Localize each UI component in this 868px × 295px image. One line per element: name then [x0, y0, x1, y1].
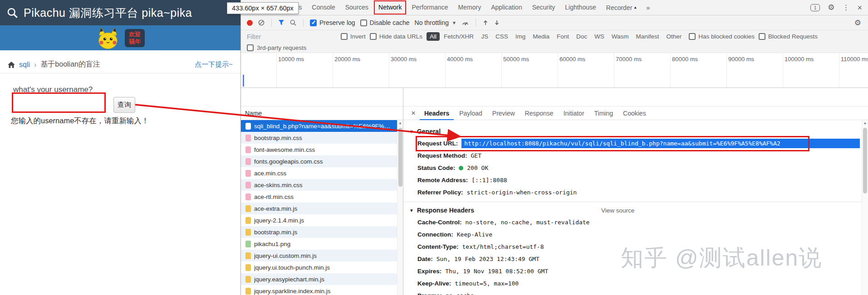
export-har-icon[interactable] — [494, 19, 500, 26]
preserve-log-checkbox[interactable] — [310, 19, 317, 26]
devtools-window-controls: 1 ⚙ ⋮ × — [810, 4, 868, 12]
filter-pill-media[interactable]: Media — [530, 32, 553, 41]
settings-gear-icon[interactable]: ⚙ — [828, 4, 834, 11]
tab-response[interactable]: Response — [520, 106, 558, 120]
filter-pill-js[interactable]: JS — [478, 32, 491, 41]
scroll-up-icon[interactable]: ▲ — [862, 120, 868, 126]
invert-checkbox-group[interactable]: Invert — [341, 33, 366, 40]
filter-pill-doc[interactable]: Doc — [573, 32, 590, 41]
request-row[interactable]: jquery.sparkline.index.min.js — [241, 285, 397, 295]
filter-funnel-icon[interactable] — [278, 19, 284, 26]
request-row[interactable]: ace.min.css — [241, 167, 397, 179]
hide-data-urls-checkbox-group[interactable]: Hide data URLs — [370, 33, 422, 40]
annotation-box-request-url — [416, 136, 809, 151]
filter-pill-ws[interactable]: WS — [591, 32, 608, 41]
request-row[interactable]: jquery-2.1.4.min.js — [241, 214, 397, 226]
request-row[interactable]: bootstrap.min.css — [241, 132, 397, 144]
site-header: Pikachu 漏洞练习平台 pika~pika — [0, 0, 240, 25]
tab-timing[interactable]: Timing — [590, 106, 618, 120]
request-row[interactable]: jquery.easypiechart.min.js — [241, 273, 397, 285]
tab-recorder[interactable]: Recorder▲ — [601, 0, 642, 15]
response-header-row: Keep-Alive:timeout=5, max=100 — [403, 277, 862, 290]
close-devtools-icon[interactable]: × — [857, 4, 862, 12]
filter-pill-font[interactable]: Font — [554, 32, 572, 41]
throttling-select[interactable]: No throttling▼ — [415, 19, 456, 26]
home-icon[interactable] — [8, 62, 15, 68]
tab-initiator[interactable]: Initiator — [559, 106, 589, 120]
tab-memory[interactable]: Memory — [453, 0, 486, 15]
breadcrumb-current-item: 基于boolian的盲注 — [40, 60, 100, 69]
invert-checkbox[interactable] — [341, 33, 348, 40]
more-options-icon[interactable]: ⋮ — [842, 4, 849, 11]
breadcrumb-sqli-link[interactable]: sqli — [19, 61, 30, 69]
request-row[interactable]: fonts.googleapis.com.css — [241, 155, 397, 167]
tab-security[interactable]: Security — [527, 0, 560, 15]
filter-pill-manifest[interactable]: Manifest — [633, 32, 662, 41]
request-row[interactable]: jquery-ui.custom.min.js — [241, 250, 397, 261]
request-list-scrollbar[interactable]: ▲ — [397, 120, 403, 295]
filter-pill-img[interactable]: Img — [512, 32, 529, 41]
close-details-icon[interactable]: × — [408, 109, 419, 118]
site-title: Pikachu 漏洞练习平台 pika~pika — [24, 5, 192, 20]
scrollbar-thumb[interactable] — [863, 128, 867, 193]
js-file-icon — [245, 205, 251, 212]
tab-preview[interactable]: Preview — [488, 106, 520, 120]
disable-cache-checkbox[interactable] — [360, 19, 367, 26]
tab-lighthouse[interactable]: Lighthouse — [560, 0, 601, 15]
issues-counter-icon[interactable]: 1 — [810, 4, 820, 11]
disable-cache-checkbox-group[interactable]: Disable cache — [360, 19, 410, 26]
filter-pill-other[interactable]: Other — [663, 32, 685, 41]
request-row[interactable]: ace-extra.min.js — [241, 203, 397, 214]
hide-data-urls-checkbox[interactable] — [370, 33, 377, 40]
import-har-icon[interactable] — [482, 19, 489, 26]
clear-network-log-icon[interactable] — [258, 19, 265, 26]
request-row[interactable]: ace-rtl.min.css — [241, 191, 397, 203]
tab-network[interactable]: Network — [373, 0, 407, 15]
css-file-icon — [245, 135, 251, 141]
request-row[interactable]: ace-skins.min.css — [241, 179, 397, 191]
tab-application[interactable]: Application — [486, 0, 527, 15]
blocked-requests-checkbox-group[interactable]: Blocked Requests — [759, 33, 818, 40]
timeline-gridline — [614, 53, 614, 87]
view-source-link[interactable]: View source — [601, 207, 634, 214]
has-blocked-cookies-checkbox-group[interactable]: Has blocked cookies — [689, 33, 755, 40]
timeline-label: 30000 ms — [391, 56, 417, 63]
request-row[interactable]: jquery.ui.touch-punch.min.js — [241, 261, 397, 273]
more-tabs-chevron[interactable]: » — [642, 4, 654, 11]
tab-headers[interactable]: Headers — [420, 106, 454, 120]
search-icon[interactable] — [289, 19, 297, 26]
request-row[interactable]: pikachu1.png — [241, 238, 397, 250]
network-overview-timeline[interactable]: 10000 ms 20000 ms 30000 ms 40000 ms 5000… — [241, 53, 868, 88]
filter-input[interactable] — [247, 33, 337, 40]
filter-pill-wasm[interactable]: Wasm — [608, 32, 632, 41]
name-column-header[interactable]: Name — [241, 106, 403, 120]
request-row[interactable]: bootstrap.min.js — [241, 226, 397, 238]
query-button[interactable]: 查询 — [113, 97, 135, 113]
third-party-checkbox[interactable] — [247, 44, 254, 51]
filter-pill-all[interactable]: All — [427, 32, 440, 41]
filter-pill-css[interactable]: CSS — [492, 32, 511, 41]
network-settings-gear-icon[interactable]: ⚙ — [854, 18, 862, 28]
tab-cookies[interactable]: Cookies — [618, 106, 651, 120]
image-file-icon — [245, 241, 251, 247]
request-row-selected[interactable]: sqli_blind_b.php?name=aa&submit=%E6%9F%A… — [241, 120, 397, 132]
blocked-requests-checkbox[interactable] — [759, 33, 765, 40]
response-headers-section-header[interactable]: ▼Response HeadersView source — [403, 204, 862, 216]
scrollbar-thumb[interactable] — [398, 128, 402, 187]
response-header-row: Cache-Control:no-store, no-cache, must-r… — [403, 216, 862, 228]
hint-link[interactable]: 点一下提示~ — [195, 60, 233, 69]
network-conditions-icon[interactable] — [461, 19, 469, 26]
scroll-up-icon[interactable]: ▲ — [397, 120, 403, 126]
has-blocked-cookies-checkbox[interactable] — [689, 33, 696, 40]
tab-sources[interactable]: Sources — [340, 0, 373, 15]
tab-performance[interactable]: Performance — [407, 0, 453, 15]
request-row[interactable]: font-awesome.min.css — [241, 144, 397, 155]
record-network-log-icon[interactable] — [247, 20, 253, 26]
tab-console[interactable]: Console — [307, 0, 340, 15]
username-input[interactable] — [12, 92, 106, 113]
network-filter-bar: Invert Hide data URLs All Fetch/XHR JS C… — [241, 30, 868, 43]
preserve-log-checkbox-group[interactable]: Preserve log — [310, 19, 355, 26]
tab-payload[interactable]: Payload — [455, 106, 487, 120]
filter-pill-fetch-xhr[interactable]: Fetch/XHR — [441, 32, 477, 41]
details-scrollbar[interactable]: ▲ — [862, 120, 868, 295]
